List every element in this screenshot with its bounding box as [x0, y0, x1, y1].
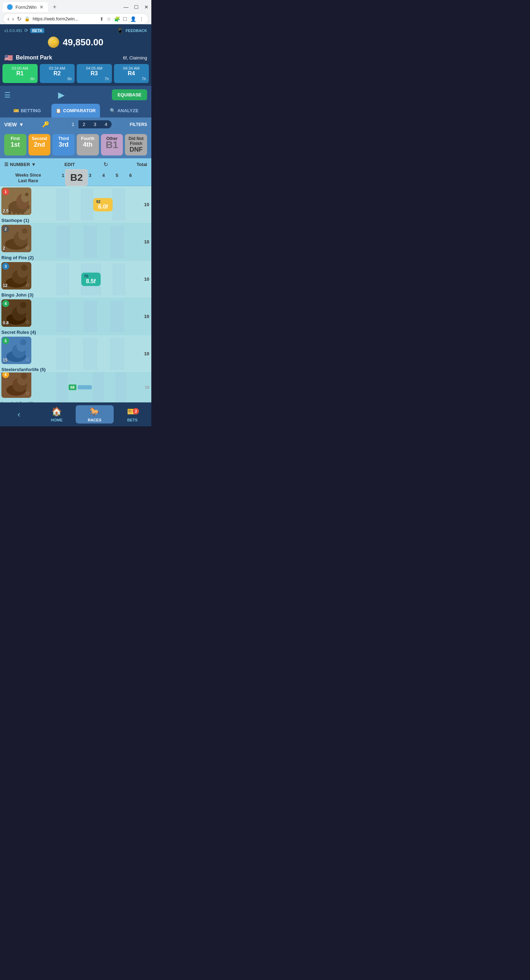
horse-2-col-1[interactable]	[56, 226, 70, 258]
refresh-icon[interactable]: ↻	[104, 161, 108, 168]
horse-5-col-4[interactable]	[97, 338, 110, 370]
horse-1-col-1[interactable]	[56, 189, 69, 221]
number-selector[interactable]: ☰ NUMBER ▼	[4, 162, 36, 167]
legend-other[interactable]: Other B1	[101, 134, 123, 156]
horse-5-col-1[interactable]	[56, 338, 70, 370]
pos-tab-3[interactable]: 3	[89, 120, 100, 128]
race-tab-r3[interactable]: 04:05 AM R3 7h	[77, 64, 112, 83]
nav-races[interactable]: 🐎 RACES	[76, 405, 114, 423]
version-text: v1.0.0.491	[4, 29, 22, 33]
legend-second[interactable]: Second 2nd	[29, 134, 51, 156]
forward-button[interactable]: ›	[12, 16, 14, 22]
venue-name: Belmont Park	[16, 54, 52, 61]
horse-1-col-6[interactable]	[125, 189, 137, 221]
horse-6-col-4[interactable]	[104, 372, 115, 402]
col-header-2: 2 B2	[70, 173, 83, 184]
horse-1-col-4[interactable]: 92 6.0f	[93, 189, 113, 221]
horse-4-total: 10	[137, 314, 151, 319]
menu-icon[interactable]: ⋮	[139, 16, 144, 22]
tab-close-button[interactable]: ✕	[40, 4, 44, 10]
horse-4-col-6[interactable]	[124, 301, 137, 332]
filters-button[interactable]: FILTERS	[130, 122, 147, 127]
nav-bets[interactable]: 🎫 2 BETS	[114, 405, 152, 423]
star-icon-1: ☆	[25, 207, 30, 213]
nav-home[interactable]: 🏠 HOME	[38, 405, 76, 423]
horse-2-col-5[interactable]	[110, 226, 123, 258]
horse-3-col-1[interactable]	[56, 264, 69, 295]
edit-button[interactable]: EDIT	[64, 162, 75, 167]
key-icon[interactable]: 🔑	[42, 121, 49, 128]
back-arrow-icon: ‹	[18, 409, 21, 419]
bets-icon-wrap: 🎫 2	[127, 407, 137, 417]
back-button[interactable]: ‹	[7, 16, 9, 22]
reload-button[interactable]: ↻	[17, 16, 21, 22]
pos-tab-1[interactable]: 1	[67, 120, 78, 128]
horse-4-col-1[interactable]	[56, 301, 70, 332]
horse-5-col-3[interactable]	[83, 338, 97, 370]
star-icon-4: ☆	[25, 319, 30, 325]
horse-6-col-2[interactable]: 68	[67, 372, 93, 402]
horse-3-col-6[interactable]	[125, 264, 137, 295]
horse-4-col-3[interactable]	[83, 301, 97, 332]
share-icon[interactable]: ⬆	[100, 16, 104, 22]
horse-4-col-2[interactable]	[70, 301, 83, 332]
horse-3-result[interactable]: 70 8.5f	[81, 273, 101, 286]
col-header-4: 4	[97, 173, 110, 184]
horse-4-col-5[interactable]	[110, 301, 123, 332]
horse-3-col-4[interactable]	[101, 264, 113, 295]
view-selector[interactable]: VIEW ▼	[4, 122, 24, 127]
horse-5-col-6[interactable]	[124, 338, 137, 370]
horse-3-col-2[interactable]	[69, 264, 81, 295]
window-maximize[interactable]: ☐	[134, 4, 139, 10]
number-label: NUMBER	[10, 162, 30, 167]
tab-betting[interactable]: 🎫 BETTING	[3, 104, 51, 118]
horse-4-col-4[interactable]	[97, 301, 110, 332]
horse-2-col-4[interactable]	[97, 226, 110, 258]
horse-1-result[interactable]: 92 6.0f	[93, 198, 113, 212]
equibase-button[interactable]: EQUIBASE	[112, 89, 147, 100]
horse-6-col-3[interactable]	[93, 372, 104, 402]
tab-overview-icon[interactable]: ☐	[123, 16, 128, 22]
horse-6-col-5[interactable]	[115, 372, 126, 402]
race-tab-r1[interactable]: 03:00 AM R1 6h	[2, 64, 38, 83]
legend-fourth[interactable]: Fourth 4th	[77, 134, 99, 156]
star-icon-2: ☆	[25, 244, 30, 251]
horse-6-col-6[interactable]	[126, 372, 137, 402]
window-close[interactable]: ✕	[144, 4, 148, 10]
horse-2-col-3[interactable]	[83, 226, 97, 258]
legend-third[interactable]: Third 3rd	[53, 134, 75, 156]
horse-2-col-2[interactable]	[70, 226, 83, 258]
races-label: RACES	[88, 418, 101, 422]
horse-row-3: 3 12 ☆ Bingo John (3)	[0, 261, 151, 298]
legend-first[interactable]: First 1st	[4, 134, 26, 156]
tab-analyze[interactable]: 🔍 ANALYZE	[100, 104, 148, 118]
pos-tab-2[interactable]: 2	[78, 120, 89, 128]
menu-icon[interactable]: ☰	[4, 91, 11, 99]
extensions-icon[interactable]: 🧩	[114, 16, 120, 22]
horse-1-col-5[interactable]	[113, 189, 125, 221]
browser-tab[interactable]: 🌐 Form2Win ✕	[3, 2, 48, 12]
legend-dnf[interactable]: Did Not Finish DNF	[125, 134, 147, 156]
race-tab-r2[interactable]: 03:34 AM R2 6h	[40, 64, 75, 83]
window-minimize[interactable]: —	[123, 4, 128, 10]
url-text[interactable]: https://web.form2win...	[33, 16, 97, 21]
new-tab-button[interactable]: +	[53, 3, 57, 11]
horse-3-col-5[interactable]	[113, 264, 125, 295]
race-tab-r4[interactable]: 04:34 AM R4 7h	[114, 64, 149, 83]
horse-5-col-5[interactable]	[110, 338, 123, 370]
tab-comparator[interactable]: 📋 COMPARATOR	[51, 104, 100, 118]
horse-6-col-1[interactable]	[56, 372, 67, 402]
horse-5-col-2[interactable]	[70, 338, 83, 370]
horse-2-name: Ring of Fire (2)	[0, 254, 56, 260]
horse-1-weeks: 2.5	[3, 208, 9, 213]
play-icon[interactable]: ▶	[58, 90, 64, 100]
horse-2-col-6[interactable]	[124, 226, 137, 258]
nav-back[interactable]: ‹	[0, 408, 38, 421]
horse-3-col-3[interactable]: 70 8.5f	[81, 264, 101, 295]
bookmark-icon[interactable]: ☆	[107, 16, 111, 22]
pos-tab-4[interactable]: 4	[101, 120, 112, 128]
feedback-link[interactable]: FEEDBACK	[126, 29, 147, 33]
horse-1-col-2[interactable]	[69, 189, 81, 221]
horse-1-col-3[interactable]	[81, 189, 93, 221]
profile-icon[interactable]: 👤	[130, 16, 136, 22]
